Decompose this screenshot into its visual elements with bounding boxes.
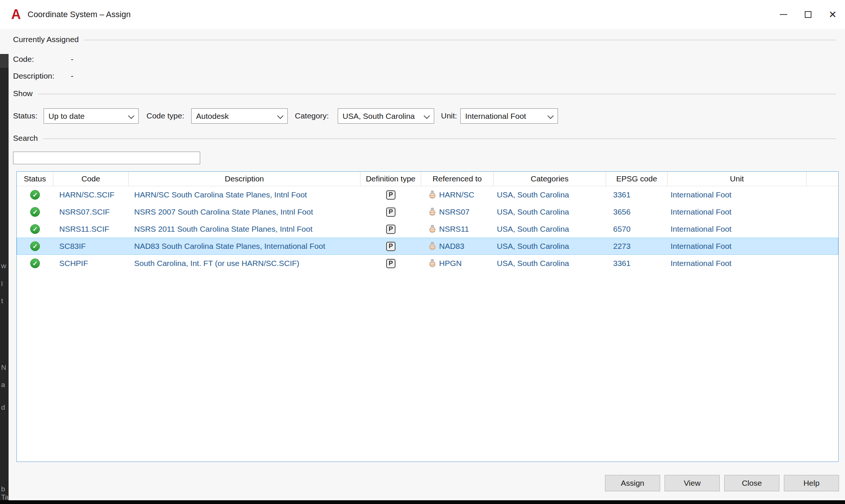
datum-icon bbox=[429, 191, 436, 199]
assigned-code-row: Code: - bbox=[13, 55, 73, 64]
assigned-description-row: Description: - bbox=[13, 72, 73, 80]
header-code[interactable]: Code bbox=[53, 172, 129, 186]
referenced-to-cell: HARN/SC bbox=[421, 186, 494, 203]
search-section-header: Search bbox=[13, 133, 836, 143]
minimize-button[interactable] bbox=[771, 0, 796, 29]
epsg-code-cell: 6570 bbox=[606, 221, 668, 238]
status-cell: ✓ bbox=[17, 221, 53, 238]
assign-button[interactable]: Assign bbox=[605, 475, 660, 491]
background-text-fragment: a bbox=[1, 381, 5, 388]
unit-cell: International Foot bbox=[668, 186, 807, 203]
referenced-to-text: HPGN bbox=[439, 259, 462, 268]
epsg-code-cell: 3361 bbox=[606, 255, 668, 272]
background-text-fragment: N bbox=[1, 364, 6, 371]
referenced-to-cell: NSRS11 bbox=[421, 221, 494, 238]
description-cell: HARN/SC South Carolina State Planes, Int… bbox=[129, 186, 360, 203]
show-section-header: Show bbox=[13, 89, 836, 98]
table-row[interactable]: ✓ HARN/SC.SCIF HARN/SC South Carolina St… bbox=[17, 186, 838, 203]
window-title: Coordinate System – Assign bbox=[28, 10, 130, 19]
filter-row: Status: Up to date Code type: Autodesk C… bbox=[13, 108, 580, 124]
table-row-selected[interactable]: ✓ SC83IF NAD83 South Carolina State Plan… bbox=[17, 238, 838, 255]
code-cell: SCHPIF bbox=[53, 255, 129, 272]
projected-definition-icon: P bbox=[386, 225, 395, 234]
search-input[interactable] bbox=[13, 152, 200, 164]
status-cell: ✓ bbox=[17, 238, 53, 255]
status-cell: ✓ bbox=[17, 186, 53, 203]
background-text-fragment: Ta bbox=[1, 494, 9, 501]
maximize-icon bbox=[805, 11, 811, 18]
category-filter-label: Category: bbox=[295, 111, 329, 120]
code-type-dropdown[interactable]: Autodesk bbox=[191, 108, 288, 124]
filler-cell bbox=[807, 238, 838, 255]
code-cell: NSRS11.SCIF bbox=[53, 221, 129, 238]
background-text-fragment: b bbox=[1, 485, 5, 492]
header-referenced-to[interactable]: Referenced to bbox=[421, 172, 494, 186]
referenced-to-cell: HPGN bbox=[421, 255, 494, 272]
chevron-down-icon bbox=[277, 113, 284, 119]
header-epsg-code[interactable]: EPSG code bbox=[606, 172, 668, 186]
table-row[interactable]: ✓ NSRS07.SCIF NSRS 2007 South Carolina S… bbox=[17, 203, 838, 221]
description-cell: NSRS 2007 South Carolina State Planes, I… bbox=[129, 203, 360, 221]
unit-cell: International Foot bbox=[668, 238, 807, 255]
projected-definition-icon: P bbox=[386, 242, 395, 251]
projected-definition-icon: P bbox=[386, 190, 395, 200]
category-dropdown[interactable]: USA, South Carolina bbox=[338, 108, 434, 124]
status-ok-icon: ✓ bbox=[30, 259, 40, 268]
unit-cell: International Foot bbox=[668, 203, 807, 221]
epsg-code-cell: 2273 bbox=[606, 238, 668, 255]
background-app-bottom bbox=[0, 500, 845, 504]
code-cell: SC83IF bbox=[53, 238, 129, 255]
referenced-to-text: NSRS11 bbox=[439, 225, 469, 234]
titlebar[interactable]: A Coordinate System – Assign ✕ bbox=[0, 0, 845, 29]
category-dropdown-value: USA, South Carolina bbox=[343, 112, 415, 121]
description-cell: South Carolina, Int. FT (or use HARN/SC.… bbox=[129, 255, 360, 272]
status-cell: ✓ bbox=[17, 255, 53, 272]
currently-assigned-label: Currently Assigned bbox=[13, 35, 79, 44]
status-dropdown-value: Up to date bbox=[48, 112, 85, 121]
close-button[interactable]: ✕ bbox=[820, 0, 845, 29]
referenced-to-text: NAD83 bbox=[439, 242, 464, 251]
header-unit[interactable]: Unit bbox=[668, 172, 807, 186]
table-row[interactable]: ✓ NSRS11.SCIF NSRS 2011 South Carolina S… bbox=[17, 221, 838, 238]
separator-line bbox=[84, 40, 836, 40]
maximize-button[interactable] bbox=[796, 0, 820, 29]
header-status[interactable]: Status bbox=[17, 172, 53, 186]
referenced-to-cell: NSRS07 bbox=[421, 203, 494, 221]
table-row[interactable]: ✓ SCHPIF South Carolina, Int. FT (or use… bbox=[17, 255, 838, 272]
header-description[interactable]: Description bbox=[129, 172, 360, 186]
coordinate-system-assign-dialog: A Coordinate System – Assign ✕ Currently… bbox=[0, 0, 845, 500]
close-icon: ✕ bbox=[829, 10, 837, 19]
close-dialog-button[interactable]: Close bbox=[724, 475, 779, 491]
code-cell: HARN/SC.SCIF bbox=[53, 186, 129, 203]
unit-cell: International Foot bbox=[668, 255, 807, 272]
status-ok-icon: ✓ bbox=[30, 224, 40, 234]
code-label: Code: bbox=[13, 55, 71, 64]
filler-cell bbox=[807, 203, 838, 221]
status-dropdown[interactable]: Up to date bbox=[44, 108, 139, 124]
minimize-icon bbox=[780, 14, 787, 15]
datum-icon bbox=[429, 242, 436, 250]
code-cell: NSRS07.SCIF bbox=[53, 203, 129, 221]
table-header-row: Status Code Description Definition type … bbox=[17, 172, 838, 186]
definition-type-cell: P bbox=[360, 186, 421, 203]
header-definition-type[interactable]: Definition type bbox=[360, 172, 421, 186]
help-button[interactable]: Help bbox=[784, 475, 839, 491]
header-categories[interactable]: Categories bbox=[494, 172, 606, 186]
referenced-to-cell: NAD83 bbox=[421, 238, 494, 255]
status-ok-icon: ✓ bbox=[30, 207, 40, 217]
chevron-down-icon bbox=[424, 113, 430, 119]
epsg-code-cell: 3361 bbox=[606, 186, 668, 203]
categories-cell: USA, South Carolina bbox=[494, 255, 606, 272]
code-type-dropdown-value: Autodesk bbox=[196, 112, 229, 121]
unit-dropdown-value: International Foot bbox=[465, 112, 526, 121]
view-button[interactable]: View bbox=[665, 475, 720, 491]
status-cell: ✓ bbox=[17, 203, 53, 221]
code-type-filter-label: Code type: bbox=[146, 111, 185, 120]
categories-cell: USA, South Carolina bbox=[494, 203, 606, 221]
categories-cell: USA, South Carolina bbox=[494, 238, 606, 255]
description-cell: NAD83 South Carolina State Planes, Inter… bbox=[129, 238, 360, 255]
dialog-button-row: Assign View Close Help bbox=[605, 475, 839, 491]
definition-type-cell: P bbox=[360, 203, 421, 221]
unit-dropdown[interactable]: International Foot bbox=[460, 108, 558, 124]
background-app-edge: w l t N a d b Ta bbox=[0, 54, 9, 504]
